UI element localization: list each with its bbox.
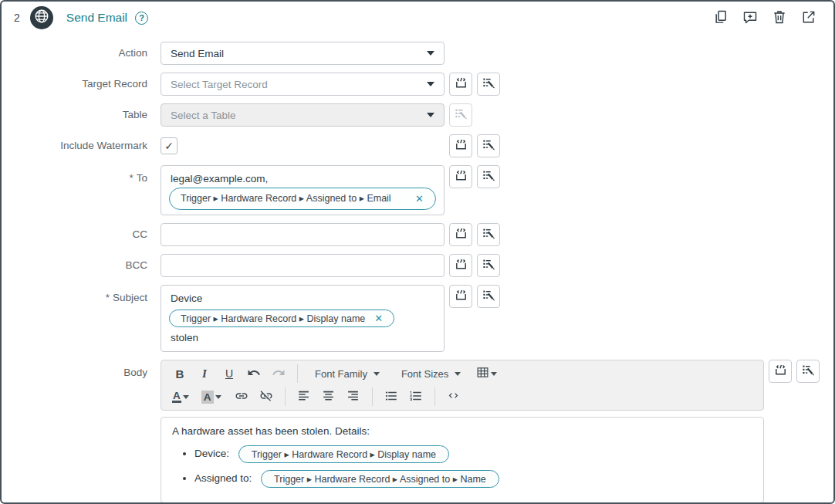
source-code-button[interactable] [445,387,463,407]
toolbar-divider [285,387,286,406]
cc-scripting-button[interactable] [449,223,472,246]
align-right-button[interactable] [344,387,363,407]
insert-table-dropdown[interactable] [475,364,502,384]
body-scripting-button[interactable] [769,360,792,383]
chevron-down-icon [427,82,434,86]
watermark-scripting-button[interactable] [449,134,472,157]
font-sizes-dropdown[interactable]: Font Sizes [394,364,468,384]
to-label: *To [2,165,161,184]
bullet-list-button[interactable] [382,387,401,407]
globe-icon [33,8,50,28]
target-record-label: Target Record [2,73,161,90]
action-form: Action Send Email Target Record Select T… [2,42,833,503]
subject-pill-picker-button[interactable] [477,285,500,308]
subject-text-after[interactable]: stolen [169,330,436,347]
bcc-pill-picker-button[interactable] [477,254,500,277]
form-row-action: Action Send Email [2,42,833,65]
action-label: Action [2,42,161,59]
action-select[interactable]: Send Email [161,42,445,65]
cc-pill-picker-button[interactable] [477,223,500,246]
text-color-icon: A [172,391,181,403]
body-label: Body [2,360,161,378]
form-row-bcc: BCC [2,254,833,277]
bullet-list-icon [384,389,398,405]
font-family-dropdown[interactable]: Font Family [307,364,387,384]
action-type-badge [30,6,53,29]
font-family-label: Font Family [315,368,367,380]
remove-pill-icon[interactable]: ✕ [415,193,424,205]
bcc-scripting-button[interactable] [449,254,472,277]
toggle-scripting-icon [454,137,468,154]
body-pill-picker-button[interactable] [796,360,820,383]
target-record-select[interactable]: Select Target Record [161,73,445,96]
target-record-pill-picker-button[interactable] [477,73,500,96]
bold-button[interactable]: B [171,364,189,384]
toggle-scripting-icon [454,288,468,305]
required-marker: * [129,172,133,184]
target-record-placeholder: Select Target Record [171,79,268,90]
step-number: 2 [14,12,20,24]
subject-scripting-button[interactable] [449,285,472,308]
watermark-pill-picker-button[interactable] [477,134,500,157]
data-pill-picker-icon [454,107,468,123]
to-data-pill[interactable]: Trigger ▸ Hardware Record ▸ Assigned to … [169,188,436,210]
italic-button[interactable]: I [195,364,214,384]
toggle-scripting-icon [454,257,468,274]
target-record-scripting-button[interactable] [449,73,472,96]
toolbar-divider [297,364,298,383]
delete-button[interactable] [770,8,789,27]
subject-data-pill[interactable]: Trigger ▸ Hardware Record ▸ Display name… [169,310,394,327]
toggle-scripting-icon [773,363,788,380]
to-pill-picker-button[interactable] [477,165,500,188]
subject-field[interactable]: Device Trigger ▸ Hardware Record ▸ Displ… [161,285,445,352]
duplicate-button[interactable] [712,8,730,27]
richtext-toolbar: B I U [161,360,764,411]
subject-text-before[interactable]: Device [169,290,436,307]
data-pill-picker-icon [801,363,816,380]
text-color-dropdown[interactable]: A [171,387,194,407]
action-title[interactable]: Send Email [66,11,127,25]
toggle-scripting-icon [454,226,468,243]
form-row-to: *To legal@example.com, Trigger ▸ Hardwar… [2,165,833,215]
action-select-value: Send Email [171,48,224,59]
subject-label: *Subject [2,285,161,303]
align-center-button[interactable] [319,387,338,407]
header-actions [712,8,818,27]
numbered-list-button[interactable] [407,387,425,407]
bullet-label: Assigned to: [194,472,252,484]
open-in-new-icon [801,9,816,27]
cc-input[interactable] [161,223,445,246]
undo-button[interactable] [245,364,263,384]
to-field[interactable]: legal@example.com, Trigger ▸ Hardware Re… [161,165,445,215]
open-in-new-button[interactable] [800,8,818,27]
unlink-icon [259,389,273,405]
background-color-dropdown[interactable]: A [200,387,226,407]
list-item: Device: Trigger ▸ Hardware Record ▸ Disp… [194,445,752,463]
remove-pill-icon[interactable]: ✕ [374,313,383,324]
include-watermark-checkbox[interactable]: ✓ [161,137,177,154]
background-color-icon: A [201,391,214,404]
toolbar-divider [434,387,435,406]
bcc-input[interactable] [161,254,445,277]
remove-link-button[interactable] [257,387,276,407]
table-label: Table [2,103,161,120]
form-row-cc: CC [2,223,833,246]
to-scripting-button[interactable] [449,165,472,188]
link-icon [235,389,248,405]
table-select[interactable]: Select a Table [161,103,445,127]
help-icon[interactable]: ? [135,12,148,25]
form-row-target-record: Target Record Select Target Record [2,73,833,96]
body-data-pill[interactable]: Trigger ▸ Hardware Record ▸ Assigned to … [261,470,499,488]
body-data-pill[interactable]: Trigger ▸ Hardware Record ▸ Display name [238,445,449,463]
richtext-body-content[interactable]: A hardware asset has been stolen. Detail… [161,417,764,503]
add-comment-button[interactable] [741,8,759,27]
to-text[interactable]: legal@example.com, [169,171,436,188]
code-icon [447,389,460,404]
underline-button[interactable]: U [220,364,238,384]
body-pill-text: Trigger ▸ Hardware Record ▸ Assigned to … [274,473,486,485]
redo-icon [272,366,286,382]
body-bullet-list: Device: Trigger ▸ Hardware Record ▸ Disp… [182,445,752,488]
form-row-include-watermark: Include Watermark ✓ [2,134,833,157]
insert-link-button[interactable] [232,387,251,407]
align-left-button[interactable] [295,387,313,407]
